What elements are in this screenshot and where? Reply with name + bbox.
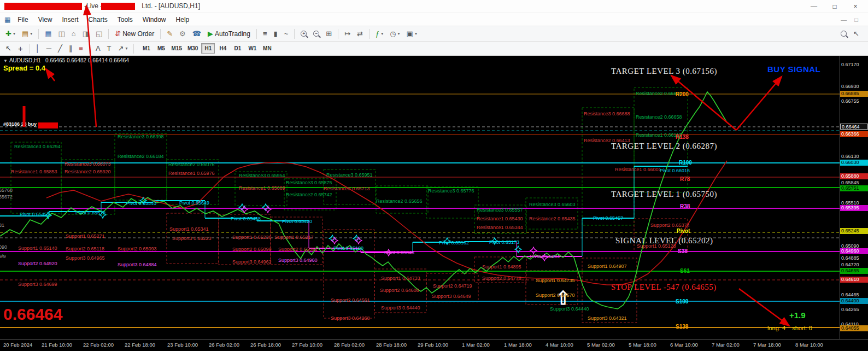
level-label: Resistance3 0.65603	[529, 202, 576, 207]
arrows-icon: ↗	[118, 45, 124, 52]
bar-chart-button[interactable]: ≡	[260, 28, 270, 39]
level-label: Resistance2 0.66076	[168, 162, 215, 167]
menu-item-charts[interactable]: Charts	[84, 16, 113, 24]
strategy-tester-button[interactable]: ◱	[93, 28, 105, 39]
timeframe-m15[interactable]: M15	[169, 43, 184, 54]
timeframe-m30[interactable]: M30	[185, 43, 200, 54]
mt4-window: -Live - Ltd. - [AUDUSD,H1] —□× ▦ FileVie…	[0, 0, 868, 351]
dropdown-arrow-icon: ▾	[125, 46, 127, 51]
support-button[interactable]: ☎	[190, 28, 204, 39]
toolbar-separator	[369, 29, 370, 39]
vertical-line-button[interactable]: │	[33, 43, 43, 54]
arrows-button[interactable]: ↗▾	[115, 43, 131, 54]
periods-button[interactable]: ◷▾	[387, 28, 402, 39]
toolbar-separator	[108, 29, 109, 39]
level-label: Support3 0.64649	[432, 294, 471, 299]
menu-item-file[interactable]: File	[13, 16, 33, 24]
time-axis-label: 7 Mar 18:00	[753, 342, 781, 348]
new-chart-button[interactable]: ✚▾	[3, 28, 18, 39]
level-label: Support2 0.65091	[278, 247, 318, 252]
data-window-button[interactable]: ◫	[56, 28, 68, 39]
crosshair-button[interactable]: +	[15, 43, 26, 54]
text-label-button[interactable]: T	[104, 43, 114, 54]
child-minimize-button[interactable]: —	[841, 16, 847, 23]
zoom-in-button[interactable]: +	[298, 29, 309, 38]
price-axis-label: 0.65880	[840, 173, 868, 179]
timeframe-h4[interactable]: H4	[216, 43, 230, 54]
pointer-button[interactable]: ↖	[851, 28, 862, 39]
tile-windows-icon: ⊞	[326, 30, 332, 37]
symbol-dropdown-icon[interactable]: ▼	[3, 58, 8, 63]
templates-button[interactable]: ▣▾	[404, 28, 420, 39]
level-label: Resistance2 0.66184	[118, 154, 164, 159]
minimize-button[interactable]: —	[804, 0, 824, 13]
toolbar-separator	[256, 29, 257, 39]
metaeditor-button[interactable]: ✎	[164, 28, 175, 39]
find-button[interactable]	[838, 29, 849, 38]
time-axis[interactable]: 20 Feb 202421 Feb 10:0022 Feb 02:0022 Fe…	[0, 339, 868, 351]
level-label: Support2 0.65099	[232, 247, 272, 252]
child-restore-button[interactable]: □	[854, 16, 858, 23]
level-label: Resistance3 0.66398	[118, 134, 164, 139]
menu-item-view[interactable]: View	[33, 16, 57, 24]
close-button[interactable]: ×	[845, 0, 866, 13]
navigator-button[interactable]: ⌂	[69, 28, 79, 39]
price-axis[interactable]: 0.671700.669300.668850.667550.664640.663…	[840, 56, 868, 339]
candlestick-chart-button[interactable]: ▮	[271, 28, 280, 39]
timeframe-mn[interactable]: MN	[260, 43, 274, 54]
equidistant-channel-button[interactable]: ∥	[66, 43, 75, 54]
menu-item-insert[interactable]: Insert	[57, 16, 83, 24]
maximize-button[interactable]: □	[824, 0, 845, 13]
chart-shift-button[interactable]: ⇄	[354, 28, 366, 39]
price-axis-label: 0.64055	[840, 325, 868, 331]
level-label: Resistance1 0.65430	[477, 216, 523, 221]
trendline-button[interactable]: ╱	[55, 43, 65, 54]
menu-item-help[interactable]: Help	[171, 16, 195, 24]
support-icon: ☎	[192, 30, 201, 37]
options-button[interactable]: ⚙	[177, 28, 189, 39]
line-chart-button[interactable]: ~	[281, 28, 291, 39]
profiles-icon: ▤	[22, 30, 28, 37]
tile-windows-button[interactable]: ⊞	[323, 28, 335, 39]
pivot-badge-r38: R38	[680, 203, 690, 209]
menu-item-window[interactable]: Window	[138, 16, 171, 24]
menu-item-tools[interactable]: Tools	[113, 16, 138, 24]
autotrading-button[interactable]: ▶AutoTrading	[205, 28, 253, 39]
indicators-button[interactable]: ƒ▾	[373, 28, 386, 39]
terminal-button[interactable]: ◨	[80, 28, 92, 39]
level-label: Support2 0.64920	[18, 261, 57, 266]
text-button[interactable]: A	[93, 43, 103, 54]
fibonacci-button[interactable]: ≡	[76, 43, 86, 54]
long-short-counter: long: 4 short: 0	[767, 325, 812, 331]
cursor-button[interactable]: ↖	[3, 43, 14, 54]
dropdown-arrow-icon: ▾	[13, 31, 15, 36]
level-label: Resistance3 0.66073	[64, 161, 111, 167]
sr-zone	[115, 133, 167, 200]
price-axis-label: 0.66464	[840, 124, 868, 130]
time-axis-label: 26 Feb 18:00	[250, 342, 281, 348]
level-label: Pivot 0.65457	[593, 215, 623, 221]
timeframe-m5[interactable]: M5	[154, 43, 168, 54]
timeframe-h1[interactable]: H1	[201, 43, 215, 54]
market-watch-button[interactable]: ▦	[42, 28, 54, 39]
level-label: Support2 0.65374	[650, 223, 690, 228]
timeframe-w1[interactable]: W1	[245, 43, 259, 54]
level-label: Resistance1 0.66113	[636, 132, 682, 138]
titlebar: -Live - Ltd. - [AUDUSD,H1] —□×	[0, 0, 868, 13]
signal-diamond	[331, 237, 338, 244]
timeframe-m1[interactable]: M1	[139, 43, 153, 54]
big-level-label: TARGET LEVEL 3 (0.67156)	[611, 67, 717, 76]
chart-area[interactable]: ▼AUDUSD,H1 0.66465 0.66482 0.66414 0.664…	[0, 56, 840, 339]
new-order-icon: ⇵	[115, 30, 121, 37]
zoom-out-button[interactable]: −	[310, 29, 322, 38]
zoom-in-icon: +	[301, 31, 307, 37]
new-order-button[interactable]: ⇵New Order	[112, 28, 157, 39]
timeframe-d1[interactable]: D1	[231, 43, 244, 54]
horizontal-line-icon: ─	[46, 45, 51, 52]
level-label: Support1 0.65217	[274, 235, 314, 240]
level-label: Pivot 0.65048	[384, 250, 414, 255]
profiles-button[interactable]: ▤▾	[19, 28, 35, 39]
auto-scroll-button[interactable]: ↦	[342, 28, 353, 39]
metaeditor-icon: ✎	[167, 30, 173, 37]
horizontal-line-button[interactable]: ─	[44, 43, 54, 54]
